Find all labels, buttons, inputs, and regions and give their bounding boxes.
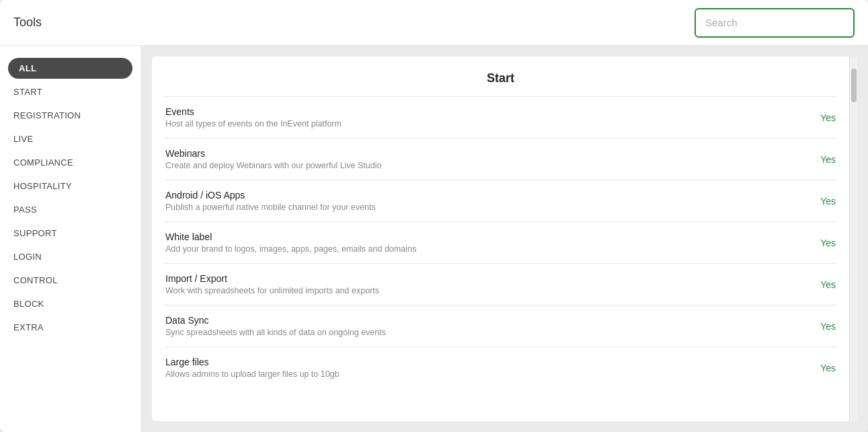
tool-description-large-files: Allows admins to upload larger files up … [165, 369, 802, 379]
sidebar-item-block[interactable]: BLOCK [0, 292, 141, 316]
search-input[interactable] [695, 8, 855, 38]
sidebar-item-hospitality[interactable]: HOSPITALITY [0, 174, 141, 198]
sidebar-item-pass[interactable]: PASS [0, 198, 141, 221]
tool-status-large-files: Yes [816, 363, 836, 373]
sidebar-item-live[interactable]: LIVE [0, 127, 141, 151]
tool-description-import-export: Work with spreadsheets for unlimited imp… [165, 286, 802, 295]
sidebar-item-support[interactable]: SUPPORT [0, 221, 141, 245]
tool-name-large-files: Large files [165, 357, 802, 367]
main-content: ALLSTARTREGISTRATIONLIVECOMPLIANCEHOSPIT… [0, 46, 868, 432]
content-area: Start EventsHost all types of events on … [141, 46, 868, 432]
scrollbar[interactable] [849, 57, 857, 421]
sidebar: ALLSTARTREGISTRATIONLIVECOMPLIANCEHOSPIT… [0, 46, 141, 432]
tool-name-data-sync: Data Sync [165, 315, 802, 326]
tool-status-webinars: Yes [816, 154, 836, 165]
tool-info-android-ios-apps: Android / iOS AppsPublish a powerful nat… [165, 190, 802, 212]
tool-row-webinars: WebinarsCreate and deploy Webinars with … [165, 138, 836, 180]
tool-description-white-label: Add your brand to logos, images, apps, p… [165, 244, 802, 254]
tool-description-android-ios-apps: Publish a powerful native mobile channel… [165, 203, 802, 212]
content-inner: Start EventsHost all types of events on … [152, 57, 849, 421]
sidebar-item-start[interactable]: START [0, 80, 141, 104]
tool-info-white-label: White labelAdd your brand to logos, imag… [165, 231, 802, 254]
tool-name-android-ios-apps: Android / iOS Apps [165, 190, 802, 201]
tool-row-large-files: Large filesAllows admins to upload large… [165, 347, 836, 388]
tool-status-import-export: Yes [816, 279, 836, 290]
tool-description-data-sync: Sync spreadsheets with all kinds of data… [165, 328, 802, 337]
scrollbar-thumb [851, 69, 857, 102]
tool-row-import-export: Import / ExportWork with spreadsheets fo… [165, 263, 836, 305]
tool-info-import-export: Import / ExportWork with spreadsheets fo… [165, 273, 802, 295]
tool-info-large-files: Large filesAllows admins to upload large… [165, 357, 802, 379]
tool-name-import-export: Import / Export [165, 273, 802, 284]
tool-name-events: Events [165, 106, 802, 117]
sidebar-item-control[interactable]: CONTROL [0, 268, 141, 292]
section-title: Start [165, 57, 836, 96]
tool-name-white-label: White label [165, 231, 802, 242]
content-panel: Start EventsHost all types of events on … [152, 57, 857, 421]
page-title: Tools [13, 15, 42, 30]
tool-status-white-label: Yes [816, 238, 836, 248]
sidebar-item-all[interactable]: ALL [8, 58, 132, 79]
tool-status-android-ios-apps: Yes [816, 196, 836, 207]
tool-info-data-sync: Data SyncSync spreadsheets with all kind… [165, 315, 802, 337]
sidebar-item-compliance[interactable]: COMPLIANCE [0, 151, 141, 174]
tool-description-events: Host all types of events on the InEvent … [165, 119, 802, 129]
tool-row-white-label: White labelAdd your brand to logos, imag… [165, 221, 836, 263]
tool-row-events: EventsHost all types of events on the In… [165, 96, 836, 138]
header: Tools [0, 0, 868, 46]
tool-status-data-sync: Yes [816, 321, 836, 332]
tool-info-events: EventsHost all types of events on the In… [165, 106, 802, 129]
tool-name-webinars: Webinars [165, 148, 802, 159]
sidebar-item-login[interactable]: LOGIN [0, 245, 141, 268]
search-wrapper [695, 8, 855, 38]
tool-description-webinars: Create and deploy Webinars with our powe… [165, 161, 802, 170]
tools-list: EventsHost all types of events on the In… [165, 96, 836, 388]
sidebar-item-registration[interactable]: REGISTRATION [0, 104, 141, 127]
app-container: Tools ALLSTARTREGISTRATIONLIVECOMPLIANCE… [0, 0, 868, 432]
tool-status-events: Yes [816, 112, 836, 123]
tool-row-android-ios-apps: Android / iOS AppsPublish a powerful nat… [165, 180, 836, 221]
sidebar-item-extra[interactable]: EXTRA [0, 316, 141, 339]
tool-info-webinars: WebinarsCreate and deploy Webinars with … [165, 148, 802, 170]
tool-row-data-sync: Data SyncSync spreadsheets with all kind… [165, 305, 836, 347]
